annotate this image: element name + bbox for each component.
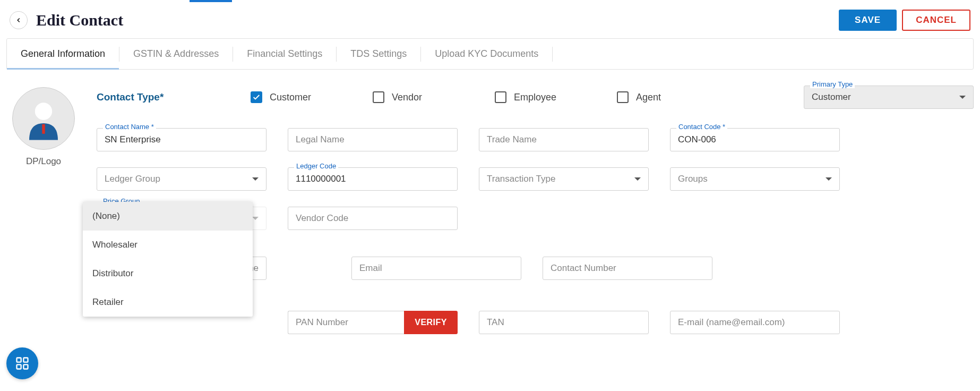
vendor-code-field bbox=[288, 207, 458, 230]
top-tab-indicator bbox=[190, 0, 232, 2]
header-row: Edit Contact SAVE CANCEL bbox=[0, 4, 980, 38]
check-icon bbox=[373, 91, 384, 103]
page-title: Edit Contact bbox=[36, 11, 123, 29]
dropdown-item-wholesaler[interactable]: Wholesaler bbox=[83, 231, 253, 259]
verify-button[interactable]: VERIFY bbox=[404, 311, 458, 334]
primary-type-value: Customer bbox=[812, 92, 851, 103]
tab-separator bbox=[552, 47, 553, 62]
transaction-type-select[interactable]: Transaction Type bbox=[479, 167, 649, 191]
check-icon bbox=[617, 91, 629, 103]
svg-rect-4 bbox=[17, 364, 21, 369]
avatar-column: DP/Logo bbox=[6, 86, 81, 334]
field-label: Ledger Code bbox=[294, 162, 338, 170]
contact-name-input[interactable] bbox=[97, 128, 267, 151]
header-actions: SAVE CANCEL bbox=[839, 10, 970, 31]
groups-field: Groups bbox=[670, 167, 840, 191]
ledger-code-field: Ledger Code bbox=[288, 167, 458, 191]
price-group-dropdown: (None) Wholesaler Distributor Retailer bbox=[83, 202, 253, 317]
email-full-field bbox=[670, 311, 840, 334]
contact-number-input[interactable] bbox=[543, 257, 712, 280]
caret-down-icon bbox=[252, 177, 259, 181]
contact-number-field bbox=[543, 257, 712, 280]
fab-apps-button[interactable] bbox=[6, 347, 38, 379]
pan-input[interactable] bbox=[288, 311, 404, 334]
tab-financial[interactable]: Financial Settings bbox=[233, 39, 336, 69]
check-icon bbox=[251, 91, 262, 103]
caret-down-icon bbox=[634, 177, 641, 181]
dropdown-item-retailer[interactable]: Retailer bbox=[83, 288, 253, 317]
grid-icon bbox=[15, 356, 30, 371]
email-input[interactable] bbox=[351, 257, 521, 280]
dropdown-item-none[interactable]: (None) bbox=[83, 202, 253, 231]
svg-rect-1 bbox=[42, 124, 45, 134]
checkbox-agent[interactable]: Agent bbox=[617, 91, 707, 103]
top-accent-bar bbox=[0, 0, 980, 4]
field-label: Contact Code * bbox=[676, 123, 727, 131]
email-full-input[interactable] bbox=[670, 311, 840, 334]
vendor-code-input[interactable] bbox=[288, 207, 458, 230]
back-button[interactable] bbox=[10, 11, 28, 29]
tab-gstin[interactable]: GSTIN & Addresses bbox=[119, 39, 233, 69]
legal-name-field bbox=[288, 128, 458, 151]
checkbox-label: Agent bbox=[636, 92, 661, 103]
ledger-code-input[interactable] bbox=[288, 167, 458, 191]
primary-type-field: Primary Type Customer bbox=[804, 86, 974, 109]
groups-select[interactable]: Groups bbox=[670, 167, 840, 191]
legal-name-input[interactable] bbox=[288, 128, 458, 151]
checkbox-customer[interactable]: Customer bbox=[251, 91, 341, 103]
header-left: Edit Contact bbox=[10, 11, 123, 29]
tab-tds[interactable]: TDS Settings bbox=[337, 39, 420, 69]
tab-general-info[interactable]: General Information bbox=[7, 39, 119, 69]
checkbox-label: Customer bbox=[270, 92, 311, 103]
checkbox-label: Vendor bbox=[392, 92, 422, 103]
tan-field bbox=[479, 311, 649, 334]
trade-name-input[interactable] bbox=[479, 128, 649, 151]
svg-rect-3 bbox=[23, 358, 28, 362]
caret-down-icon bbox=[252, 217, 259, 220]
contact-code-field: Contact Code * bbox=[670, 128, 840, 151]
contact-code-input[interactable] bbox=[670, 128, 840, 151]
pan-field: VERIFY bbox=[288, 311, 458, 334]
trade-name-field bbox=[479, 128, 649, 151]
primary-type-select[interactable]: Customer bbox=[804, 86, 974, 109]
ledger-group-select[interactable]: Ledger Group bbox=[97, 167, 267, 191]
caret-down-icon bbox=[826, 177, 832, 181]
dropdown-item-distributor[interactable]: Distributor bbox=[83, 259, 253, 288]
check-icon bbox=[495, 91, 506, 103]
select-placeholder: Ledger Group bbox=[105, 174, 160, 184]
avatar[interactable] bbox=[12, 87, 75, 150]
email-field bbox=[351, 257, 521, 280]
tabs-bar: General Information GSTIN & Addresses Fi… bbox=[6, 38, 974, 70]
svg-rect-5 bbox=[23, 364, 28, 369]
save-button[interactable]: SAVE bbox=[839, 10, 897, 31]
svg-point-0 bbox=[35, 103, 52, 120]
checkbox-vendor[interactable]: Vendor bbox=[373, 91, 463, 103]
select-placeholder: Transaction Type bbox=[487, 174, 555, 184]
caret-down-icon bbox=[959, 96, 966, 99]
svg-rect-2 bbox=[17, 358, 21, 362]
contact-type-label: Contact Type* bbox=[97, 91, 219, 103]
checkbox-label: Employee bbox=[514, 92, 556, 103]
transaction-type-field: Transaction Type bbox=[479, 167, 649, 191]
field-label: Contact Name * bbox=[103, 123, 156, 131]
ledger-group-field: Ledger Group bbox=[97, 167, 267, 191]
tan-input[interactable] bbox=[479, 311, 649, 334]
avatar-icon bbox=[20, 95, 67, 142]
avatar-label: DP/Logo bbox=[26, 156, 61, 167]
cancel-button[interactable]: CANCEL bbox=[902, 10, 970, 31]
select-placeholder: Groups bbox=[678, 174, 708, 184]
tab-kyc[interactable]: Upload KYC Documents bbox=[421, 39, 552, 69]
primary-type-label: Primary Type bbox=[810, 80, 855, 88]
contact-type-row: Contact Type* Customer Vendor Employee A… bbox=[97, 86, 974, 109]
contact-name-field: Contact Name * bbox=[97, 128, 267, 151]
chevron-left-icon bbox=[15, 16, 22, 24]
checkbox-employee[interactable]: Employee bbox=[495, 91, 585, 103]
